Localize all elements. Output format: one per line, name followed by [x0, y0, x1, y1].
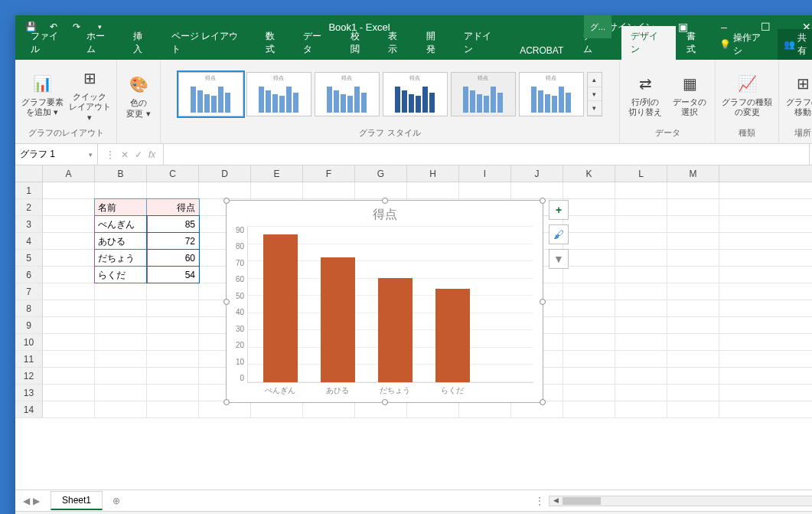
cell[interactable]	[251, 401, 303, 417]
formula-bar[interactable]	[163, 144, 809, 165]
cell[interactable]	[563, 216, 615, 232]
cell[interactable]	[95, 334, 147, 350]
tellme-button[interactable]: 💡 操作アシ	[715, 29, 773, 60]
tab-design[interactable]: デザイン	[621, 26, 676, 60]
cell[interactable]	[563, 182, 615, 198]
cell[interactable]	[667, 267, 719, 283]
col-header[interactable]: M	[667, 165, 719, 182]
style-thumb-3[interactable]: 得点	[315, 72, 380, 116]
enter-fx-icon[interactable]: ✓	[135, 149, 142, 160]
chart-elements-button[interactable]: +	[549, 200, 569, 220]
row-header[interactable]: 5	[15, 250, 43, 266]
cell[interactable]	[147, 317, 199, 333]
cell[interactable]	[615, 368, 667, 384]
cell[interactable]	[615, 385, 667, 401]
cell[interactable]	[147, 351, 199, 367]
cell[interactable]	[199, 182, 251, 198]
cell[interactable]	[667, 216, 719, 232]
style-thumb-2[interactable]: 得点	[246, 72, 311, 116]
cell[interactable]	[615, 250, 667, 266]
tab-home[interactable]: ホーム	[77, 26, 122, 60]
col-header[interactable]: G	[355, 165, 407, 182]
chart-bar[interactable]	[378, 278, 413, 382]
tab-developer[interactable]: 開発	[417, 26, 454, 60]
style-thumb-5[interactable]: 得点	[451, 72, 516, 116]
chart-bar[interactable]	[321, 257, 355, 382]
cell[interactable]	[615, 401, 667, 417]
cell[interactable]: 72	[147, 233, 199, 249]
cell[interactable]	[303, 401, 355, 417]
cancel-fx-icon[interactable]: ✕	[121, 149, 129, 160]
switch-row-col-button[interactable]: ⇄行/列の 切り替え	[624, 64, 666, 124]
cell[interactable]	[407, 182, 459, 198]
cell[interactable]	[95, 317, 147, 333]
col-header[interactable]: B	[95, 165, 147, 182]
quick-layout-button[interactable]: ⊞クイック レイアウト ▾	[67, 64, 112, 124]
cell[interactable]	[563, 368, 615, 384]
cell[interactable]	[615, 182, 667, 198]
cell[interactable]	[95, 351, 147, 367]
chart-plot-area[interactable]	[247, 226, 533, 383]
cell[interactable]	[43, 182, 95, 198]
cell[interactable]	[563, 283, 615, 300]
select-data-button[interactable]: ▦データの 選択	[669, 64, 710, 124]
chart-styles-gallery[interactable]: 得点 得点 得点 得点 得点 得点 ▴▾▾	[178, 66, 602, 123]
cell[interactable]	[615, 199, 667, 215]
row-header[interactable]: 2	[15, 199, 43, 215]
cell[interactable]	[563, 351, 615, 367]
tab-pagelayout[interactable]: ページ レイアウト	[162, 26, 255, 60]
cell[interactable]	[615, 233, 667, 249]
cell[interactable]	[459, 182, 511, 198]
cell[interactable]	[667, 182, 719, 198]
cell[interactable]	[95, 401, 147, 417]
cell[interactable]: 60	[147, 250, 199, 266]
col-header[interactable]: L	[615, 165, 667, 182]
cell[interactable]	[667, 233, 719, 249]
col-header[interactable]: C	[147, 165, 199, 182]
chart-filters-button[interactable]: ▼	[549, 249, 569, 269]
cell[interactable]	[95, 182, 147, 198]
cell[interactable]	[43, 334, 95, 350]
row-header[interactable]: 13	[15, 385, 43, 401]
cell[interactable]	[459, 401, 511, 417]
change-colors-button[interactable]: 🎨色の 変更 ▾	[122, 66, 155, 126]
cell[interactable]	[147, 283, 199, 300]
cell[interactable]	[615, 267, 667, 283]
sheet-tab[interactable]: Sheet1	[51, 491, 103, 510]
col-header[interactable]: J	[511, 165, 563, 182]
cell[interactable]	[43, 250, 95, 266]
cell[interactable]	[355, 182, 407, 198]
tab-insert[interactable]: 挿入	[124, 26, 161, 60]
cell[interactable]	[43, 351, 95, 367]
tab-addin[interactable]: アドイン	[455, 26, 509, 60]
cell[interactable]	[43, 385, 95, 401]
cell[interactable]	[667, 300, 719, 316]
tab-format[interactable]: 書式	[677, 26, 714, 60]
cell[interactable]	[95, 300, 147, 316]
style-thumb-6[interactable]: 得点	[519, 72, 584, 116]
row-header[interactable]: 4	[15, 233, 43, 249]
cell[interactable]	[563, 199, 615, 215]
cell[interactable]	[147, 401, 199, 417]
tab-view[interactable]: 表示	[379, 26, 416, 60]
row-header[interactable]: 10	[15, 334, 43, 350]
cell[interactable]	[95, 283, 147, 300]
cell[interactable]	[303, 182, 355, 198]
cell[interactable]	[43, 233, 95, 249]
style-thumb-1[interactable]: 得点	[178, 72, 243, 116]
chart-styles-button[interactable]: 🖌	[549, 224, 569, 244]
row-header[interactable]: 6	[15, 267, 43, 283]
cell[interactable]	[251, 182, 303, 198]
cell[interactable]	[355, 401, 407, 417]
cell[interactable]	[147, 385, 199, 401]
row-header[interactable]: 14	[15, 401, 43, 417]
cell[interactable]	[667, 334, 719, 350]
move-chart-button[interactable]: ⊞グラフの 移動	[784, 64, 812, 124]
cell[interactable]: だちょう	[95, 250, 147, 266]
cell[interactable]: ぺんぎん	[95, 216, 147, 232]
formula-expand-icon[interactable]: ⌄	[809, 144, 812, 165]
cell[interactable]	[95, 368, 147, 384]
cell[interactable]	[43, 368, 95, 384]
chart-bar[interactable]	[435, 289, 470, 382]
gallery-more-button[interactable]: ▴▾▾	[587, 72, 602, 116]
